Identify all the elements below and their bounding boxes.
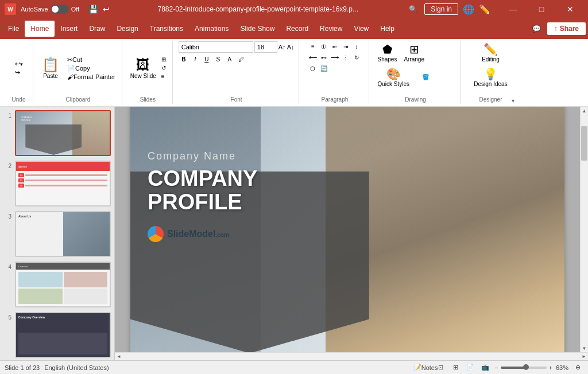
slide-panel[interactable]: 1 COMPANYPROFILE 2 Agenda 04 bbox=[0, 107, 115, 360]
decrease-indent-button[interactable]: ⇤ bbox=[330, 41, 340, 52]
slide-image-5[interactable]: Company Overview bbox=[15, 312, 111, 358]
maximize-button[interactable]: □ bbox=[528, 0, 555, 18]
scroll-thumb[interactable] bbox=[581, 126, 587, 161]
menu-help[interactable]: Help bbox=[374, 21, 400, 37]
menu-insert[interactable]: Insert bbox=[55, 21, 83, 37]
search-button[interactable]: 🔍 bbox=[406, 2, 420, 16]
font-color-button[interactable]: A bbox=[225, 54, 235, 64]
layout-button[interactable]: ⊞ bbox=[160, 56, 168, 63]
bullets-button[interactable]: ≡ bbox=[308, 41, 318, 52]
slide-thumbnail-1[interactable]: 1 COMPANYPROFILE bbox=[2, 109, 112, 157]
fit-slide-button[interactable]: ⊕ bbox=[572, 362, 583, 373]
canvas-area[interactable]: Company Name COMPANY PROFILE SlideModel.… bbox=[115, 107, 580, 352]
notes-button[interactable]: 📝 Notes bbox=[420, 362, 431, 373]
scroll-left-arrow[interactable]: ◄ bbox=[115, 353, 123, 361]
section-button[interactable]: ≡ bbox=[160, 73, 168, 80]
design-ideas-button[interactable]: 💡 Design Ideas bbox=[470, 66, 510, 88]
signin-button[interactable]: Sign in bbox=[424, 3, 458, 15]
format-painter-button[interactable]: 🖌 Format Painter bbox=[65, 73, 117, 81]
shape-fill-button[interactable]: 🪣 bbox=[414, 73, 437, 81]
expand-button[interactable]: ▾ bbox=[512, 98, 514, 104]
redo-button[interactable]: ↪ bbox=[13, 68, 25, 77]
new-slide-button[interactable]: 🖼 New Slide bbox=[128, 56, 158, 81]
line-spacing-button[interactable]: ↕ bbox=[351, 41, 362, 52]
shapes-button[interactable]: ⬟ Shapes bbox=[375, 41, 399, 64]
horizontal-scrollbar[interactable]: ◄ ► bbox=[115, 352, 588, 360]
font-size-input[interactable] bbox=[254, 41, 277, 53]
arrange-button[interactable]: ⊞ Arrange bbox=[401, 41, 427, 64]
zoom-minus[interactable]: − bbox=[494, 364, 498, 371]
slide-image-2[interactable]: Agenda 04 05 06 bbox=[15, 161, 111, 207]
quick-styles-button[interactable]: 🎨 Quick Styles bbox=[375, 66, 412, 88]
slide-thumbnail-4[interactable]: 4 Counters bbox=[2, 260, 112, 309]
underline-button[interactable]: U bbox=[202, 54, 212, 64]
scroll-track[interactable] bbox=[581, 115, 588, 344]
undo-icon[interactable]: ↩ bbox=[103, 5, 110, 14]
minimize-button[interactable]: — bbox=[500, 0, 526, 18]
font-shrink-icon[interactable]: A↓ bbox=[287, 44, 295, 50]
italic-button[interactable]: I bbox=[190, 54, 200, 64]
text-columns-button[interactable]: ⋮ bbox=[341, 52, 351, 63]
align-left-button[interactable]: ⟵ bbox=[308, 52, 318, 63]
menu-review[interactable]: Review bbox=[314, 21, 348, 37]
presenter-view-button[interactable]: 📺 bbox=[479, 362, 491, 373]
slide-thumbnail-2[interactable]: 2 Agenda 04 05 06 bbox=[2, 159, 112, 208]
scroll-down-arrow[interactable]: ▼ bbox=[581, 344, 588, 352]
zoom-track[interactable] bbox=[501, 367, 547, 369]
scroll-up-arrow[interactable]: ▲ bbox=[581, 107, 588, 115]
slide-image-4[interactable]: Counters bbox=[15, 262, 111, 307]
slide-canvas: Company Name COMPANY PROFILE SlideModel.… bbox=[130, 107, 564, 352]
paste-button[interactable]: 📋 Paste bbox=[39, 56, 62, 81]
menu-file[interactable]: File bbox=[2, 21, 25, 37]
shape-fill-icon: 🪣 bbox=[422, 74, 429, 80]
cut-button[interactable]: ✂ Cut bbox=[65, 56, 117, 64]
editing-button[interactable]: ✏️ Editing bbox=[478, 41, 503, 64]
menu-record[interactable]: Record bbox=[280, 21, 314, 37]
menu-draw[interactable]: Draw bbox=[83, 21, 111, 37]
align-center-button[interactable]: ⊷ bbox=[319, 52, 329, 63]
menu-slideshow[interactable]: Slide Show bbox=[234, 21, 280, 37]
zoom-plus[interactable]: + bbox=[549, 364, 552, 371]
smartart-button[interactable]: ⬡ bbox=[308, 63, 318, 73]
slide-thumbnail-5[interactable]: 5 Company Overview bbox=[2, 311, 112, 359]
menu-animations[interactable]: Animations bbox=[189, 21, 234, 37]
menu-design[interactable]: Design bbox=[111, 21, 144, 37]
undo-button[interactable]: ↩ ▾ bbox=[13, 60, 25, 68]
scroll-right-arrow[interactable]: ► bbox=[580, 353, 588, 361]
save-icon[interactable]: 💾 bbox=[88, 5, 98, 14]
close-button[interactable]: ✕ bbox=[557, 0, 583, 18]
slide-image-3[interactable]: About Us bbox=[15, 211, 111, 257]
highlight-button[interactable]: 🖊 bbox=[236, 54, 246, 64]
normal-view-button[interactable]: ⊡ bbox=[435, 362, 446, 373]
menu-view[interactable]: View bbox=[348, 21, 374, 37]
text-direction-button[interactable]: ↻ bbox=[351, 52, 362, 63]
font-name-input[interactable] bbox=[179, 41, 253, 53]
slide-sorter-button[interactable]: ⊞ bbox=[450, 362, 461, 373]
pen-icon[interactable]: ✏️ bbox=[479, 4, 490, 15]
reset-button[interactable]: ↺ bbox=[160, 64, 168, 72]
strikethrough-button[interactable]: S bbox=[213, 54, 223, 64]
convert-button[interactable]: 🔄 bbox=[319, 63, 329, 73]
comment-button[interactable]: 💬 bbox=[529, 21, 545, 37]
vertical-scrollbar[interactable]: ▲ ▼ bbox=[580, 107, 588, 352]
reading-view-button[interactable]: 📄 bbox=[465, 362, 476, 373]
globe-icon[interactable]: 🌐 bbox=[463, 4, 474, 15]
zoom-slider[interactable]: − + bbox=[494, 364, 552, 371]
align-right-button[interactable]: ⟶ bbox=[330, 52, 340, 63]
slide-image-1[interactable]: COMPANYPROFILE bbox=[15, 110, 111, 156]
ribbon-group-clipboard: 📋 Paste ✂ Cut 📄 Copy 🖌 Format Painter Cl… bbox=[34, 41, 122, 104]
slides-col: ⊞ ↺ ≡ bbox=[160, 56, 168, 80]
ribbon-group-drawing: ⬟ Shapes ⊞ Arrange 🎨 Quick Styles 🪣 Draw… bbox=[370, 41, 461, 104]
copy-button[interactable]: 📄 Copy bbox=[65, 64, 117, 73]
slide-thumbnail-3[interactable]: 3 About Us bbox=[2, 210, 112, 258]
font-grow-icon[interactable]: A↑ bbox=[278, 44, 286, 50]
numbering-button[interactable]: ① bbox=[319, 41, 329, 52]
autosave-toggle[interactable] bbox=[51, 5, 69, 14]
bold-button[interactable]: B bbox=[179, 54, 189, 64]
menu-transitions[interactable]: Transitions bbox=[144, 21, 189, 37]
zoom-knob[interactable] bbox=[523, 364, 529, 370]
share-button[interactable]: ↑ Share bbox=[547, 22, 586, 35]
increase-indent-button[interactable]: ⇥ bbox=[341, 41, 351, 52]
horiz-scroll-track[interactable] bbox=[123, 353, 580, 360]
menu-home[interactable]: Home bbox=[25, 21, 55, 37]
